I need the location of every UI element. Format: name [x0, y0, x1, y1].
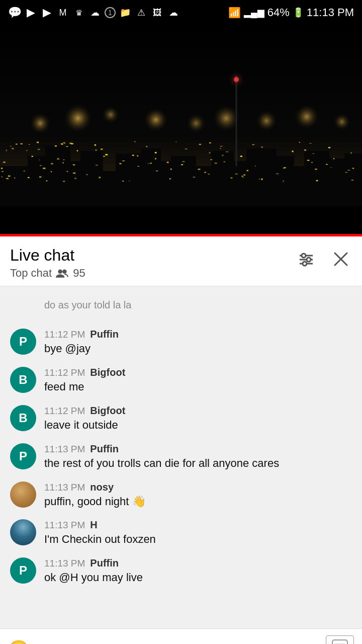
m-icon: M — [56, 8, 69, 18]
message-body: do as your told la la — [44, 296, 352, 311]
message-text: the rest of you trolls can die for all a… — [44, 456, 352, 471]
avatar: P — [10, 557, 36, 584]
message-meta: 11:13 PM Puffin — [44, 443, 352, 455]
yt-icon2: ▶ — [40, 8, 53, 18]
message-text: I'm Checkin out foxzen — [44, 532, 352, 547]
message-body: 11:13 PM H I'm Checkin out foxzen — [44, 519, 352, 547]
list-item: do as your told la la — [0, 291, 362, 324]
svg-point-5 — [302, 254, 306, 258]
message-meta: 11:13 PM H — [44, 519, 352, 531]
avatar — [10, 519, 36, 545]
list-item: B 11:12 PM Bigfoot leave it outside — [0, 400, 362, 438]
adjust-filters-button[interactable] — [295, 248, 318, 271]
list-item: 11:13 PM H I'm Checkin out foxzen — [0, 514, 362, 552]
signal-bars: ▂▄▆ — [244, 7, 264, 18]
avatar — [10, 481, 36, 508]
folder-icon: 📁 — [119, 8, 132, 18]
live-chat-panel: Live chat Top chat 95 — [0, 236, 362, 644]
emoji-icon: 😐 — [8, 639, 29, 644]
list-item: B 11:12 PM Bigfoot feed me — [0, 362, 362, 400]
message-body: 11:12 PM Bigfoot feed me — [44, 367, 352, 395]
message-text: leave it outside — [44, 418, 352, 433]
message-body: 11:12 PM Bigfoot leave it outside — [44, 405, 352, 433]
chat-input-bar: 😐 — [0, 628, 362, 644]
message-text: do as your told la la — [44, 296, 352, 311]
message-meta: 11:13 PM Puffin — [44, 557, 352, 569]
message-time: 11:12 PM — [44, 329, 85, 340]
send-button[interactable] — [326, 635, 354, 644]
circle-icon: 1 — [105, 7, 116, 18]
viewer-count: 95 — [73, 267, 85, 280]
avatar: B — [10, 405, 36, 431]
message-author: H — [90, 519, 97, 531]
video-player[interactable] — [0, 25, 362, 236]
cloud-icon: ☁ — [88, 8, 102, 18]
message-meta: 11:12 PM Puffin — [44, 329, 352, 340]
svg-point-7 — [303, 262, 307, 266]
message-time: 11:13 PM — [44, 558, 85, 569]
list-item: P 11:13 PM Puffin the rest of you trolls… — [0, 438, 362, 476]
message-author: Puffin — [90, 557, 119, 569]
message-body: 11:13 PM nosy puffin, good night 👋 — [44, 481, 352, 510]
battery-icon: 🔋 — [293, 7, 304, 18]
crown-icon: ♛ — [72, 8, 85, 18]
message-author: Bigfoot — [90, 367, 125, 378]
cloud2-icon: ☁ — [167, 8, 180, 18]
message-author: Puffin — [90, 443, 119, 455]
message-body: 11:12 PM Puffin bye @jay — [44, 329, 352, 357]
message-body: 11:13 PM Puffin ok @H you may live — [44, 557, 352, 586]
emoji-button[interactable]: 😐 — [8, 639, 29, 644]
battery-percent: 64% — [267, 6, 290, 19]
send-icon — [331, 639, 348, 644]
message-text: bye @jay — [44, 341, 352, 357]
avatar: P — [10, 443, 36, 469]
video-canvas — [0, 25, 362, 236]
message-meta: 11:12 PM Bigfoot — [44, 367, 352, 378]
svg-point-6 — [307, 258, 311, 262]
list-item: 11:13 PM nosy puffin, good night 👋 — [0, 476, 362, 515]
status-notifications: 💬 ▶ ▶ M ♛ ☁ 1 📁 ⚠ 🖼 ☁ — [8, 7, 180, 18]
warning-icon: ⚠ — [135, 8, 148, 18]
list-item: P 11:13 PM Puffin ok @H you may live — [0, 552, 362, 591]
chat-header: Live chat Top chat 95 — [0, 236, 362, 286]
message-time: 11:12 PM — [44, 406, 85, 417]
avatar: P — [10, 329, 36, 355]
image-icon: 🖼 — [151, 8, 164, 18]
message-time: 11:12 PM — [44, 367, 85, 378]
message-meta: 11:13 PM nosy — [44, 481, 352, 493]
chat-header-info: Live chat Top chat 95 — [10, 246, 85, 280]
chat-title: Live chat — [10, 246, 85, 265]
message-time: 11:13 PM — [44, 520, 85, 531]
svg-point-0 — [58, 270, 63, 274]
status-bar: 💬 ▶ ▶ M ♛ ☁ 1 📁 ⚠ 🖼 ☁ 📶 ▂▄▆ 64% 🔋 11:13 … — [0, 0, 362, 25]
msg-icon: 💬 — [8, 8, 21, 18]
progress-bar[interactable] — [0, 234, 362, 236]
chat-messages-list: do as your told la la P 11:12 PM Puffin … — [0, 286, 362, 628]
message-text: feed me — [44, 379, 352, 395]
avatar: B — [10, 367, 36, 393]
yt-icon: ▶ — [24, 8, 37, 18]
svg-point-1 — [62, 270, 67, 274]
message-time: 11:13 PM — [44, 444, 85, 455]
message-text: ok @H you may live — [44, 570, 352, 586]
message-time: 11:13 PM — [44, 482, 85, 493]
close-chat-button[interactable] — [330, 248, 352, 270]
message-author: nosy — [90, 481, 114, 493]
message-author: Puffin — [90, 329, 119, 340]
wifi-icon: 📶 — [228, 7, 241, 19]
top-chat-label: Top chat — [10, 267, 52, 280]
message-text: puffin, good night 👋 — [44, 494, 352, 510]
message-author: Bigfoot — [90, 405, 125, 417]
message-body: 11:13 PM Puffin the rest of you trolls c… — [44, 443, 352, 471]
svg-rect-10 — [332, 640, 347, 644]
chat-subtitle: Top chat 95 — [10, 267, 85, 280]
status-indicators: 📶 ▂▄▆ 64% 🔋 11:13 PM — [228, 6, 354, 19]
list-item: P 11:12 PM Puffin bye @jay — [0, 324, 362, 362]
message-meta: 11:12 PM Bigfoot — [44, 405, 352, 417]
chat-header-actions — [295, 246, 352, 271]
clock: 11:13 PM — [307, 6, 354, 19]
viewers-icon — [56, 268, 69, 279]
